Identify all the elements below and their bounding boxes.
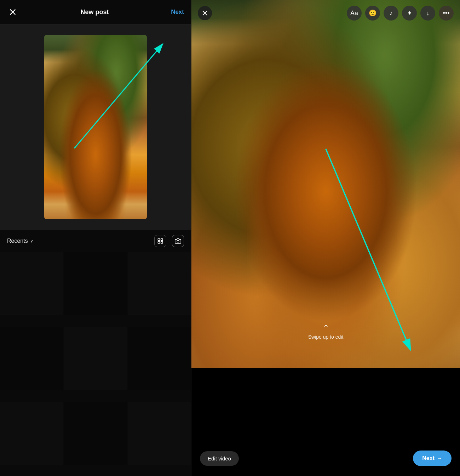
media-cell[interactable] bbox=[64, 402, 127, 465]
recents-label-text: Recents bbox=[7, 238, 28, 244]
media-cell[interactable] bbox=[0, 252, 63, 315]
effects-tool-icon: ✦ bbox=[407, 9, 412, 17]
media-cell[interactable] bbox=[64, 327, 127, 390]
svg-rect-5 bbox=[161, 239, 163, 240]
more-tool-button[interactable]: ••• bbox=[439, 6, 454, 21]
next-arrow-icon: → bbox=[437, 455, 442, 461]
right-panel: Aa 🙂 ♪ ✦ ↓ ••• ⌃ Swipe up to edit bbox=[191, 0, 460, 476]
right-bottom-bar: Edit video Next → bbox=[191, 441, 460, 476]
selected-photo-left bbox=[44, 35, 147, 219]
bottom-icon-group bbox=[154, 235, 184, 247]
left-next-button[interactable]: Next bbox=[171, 8, 184, 16]
right-header: Aa 🙂 ♪ ✦ ↓ ••• bbox=[191, 0, 460, 26]
grid-select-button[interactable] bbox=[154, 235, 166, 247]
sticker-tool-icon: 🙂 bbox=[369, 9, 376, 17]
music-tool-button[interactable]: ♪ bbox=[384, 6, 398, 21]
text-tool-button[interactable]: Aa bbox=[347, 6, 362, 21]
left-title: New post bbox=[18, 8, 171, 16]
svg-line-12 bbox=[326, 149, 411, 350]
swipe-hint: ⌃ Swipe up to edit bbox=[308, 324, 344, 340]
media-grid bbox=[0, 252, 191, 476]
svg-rect-6 bbox=[158, 242, 160, 243]
more-tool-icon: ••• bbox=[443, 10, 450, 17]
svg-point-8 bbox=[177, 240, 179, 242]
left-header: New post Next bbox=[0, 0, 191, 24]
media-cell[interactable] bbox=[64, 252, 127, 315]
right-close-button[interactable] bbox=[198, 6, 212, 20]
recents-chevron-icon: ∨ bbox=[30, 239, 33, 243]
right-tool-buttons: Aa 🙂 ♪ ✦ ↓ ••• bbox=[347, 6, 454, 21]
download-tool-icon: ↓ bbox=[426, 10, 430, 17]
sticker-tool-button[interactable]: 🙂 bbox=[365, 6, 380, 21]
right-next-button[interactable]: Next → bbox=[413, 451, 452, 466]
next-button-label: Next bbox=[422, 455, 435, 461]
media-cell[interactable] bbox=[0, 327, 63, 390]
text-tool-icon: Aa bbox=[350, 10, 358, 17]
svg-rect-7 bbox=[161, 242, 163, 243]
recents-dropdown[interactable]: Recents ∨ bbox=[7, 238, 33, 244]
swipe-hint-text: Swipe up to edit bbox=[308, 334, 344, 340]
svg-rect-4 bbox=[158, 239, 160, 240]
edit-video-button[interactable]: Edit video bbox=[200, 451, 239, 466]
media-cell[interactable] bbox=[128, 327, 191, 390]
right-image-preview: ⌃ Swipe up to edit bbox=[191, 0, 460, 368]
camera-button[interactable] bbox=[172, 235, 184, 247]
left-panel: New post Next Recents ∨ bbox=[0, 0, 191, 476]
left-close-button[interactable] bbox=[7, 6, 18, 18]
download-tool-button[interactable]: ↓ bbox=[420, 6, 435, 21]
media-cell[interactable] bbox=[0, 402, 63, 465]
media-cell[interactable] bbox=[128, 252, 191, 315]
media-cell[interactable] bbox=[128, 402, 191, 465]
swipe-up-icon: ⌃ bbox=[323, 324, 329, 332]
left-bottom-bar: Recents ∨ bbox=[0, 230, 191, 252]
music-tool-icon: ♪ bbox=[390, 10, 393, 17]
effects-tool-button[interactable]: ✦ bbox=[402, 6, 417, 21]
left-image-preview bbox=[0, 24, 191, 230]
